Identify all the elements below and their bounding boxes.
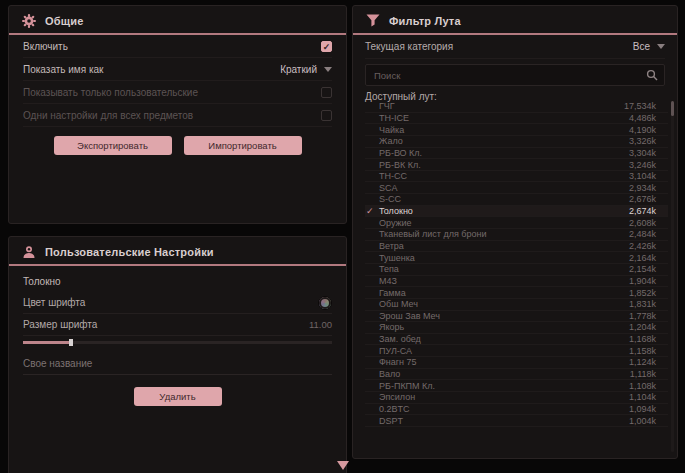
loot-item-name: Вало — [379, 369, 400, 379]
loot-item-value: 2,674k — [629, 206, 656, 216]
font-size-slider[interactable] — [23, 341, 332, 344]
slider-thumb[interactable] — [69, 339, 73, 346]
loot-item-row[interactable]: Эрош Зав Меч1,778k — [365, 311, 668, 323]
display-name-row: Показать имя как Краткий — [23, 58, 332, 81]
general-panel: Общие Включить ✓ Показать имя как Кратки… — [8, 5, 347, 224]
loot-item-value: 1,904k — [629, 276, 656, 286]
loot-item-row[interactable]: РБ-ПКПМ Кл.1,108k — [365, 380, 668, 392]
search-input[interactable] — [372, 69, 640, 82]
loot-item-value: 3,104k — [629, 171, 656, 181]
loot-item-name: Тепа — [379, 264, 399, 274]
chevron-down-icon — [324, 67, 332, 72]
import-button[interactable]: Импортировать — [184, 136, 302, 155]
loot-item-value: 2,484k — [629, 229, 656, 239]
delete-button[interactable]: Удалить — [134, 387, 222, 406]
loot-item-row[interactable]: ТН-СС3,104k — [365, 171, 668, 183]
collapse-handle-icon[interactable] — [337, 461, 349, 470]
loot-item-value: 2,608k — [629, 218, 656, 228]
loot-item-row[interactable]: Обш Меч1,831k — [365, 299, 668, 311]
loot-item-value: 2,934k — [629, 183, 656, 193]
font-color-label: Цвет шрифта — [23, 297, 85, 308]
loot-item-value: 2,676k — [629, 194, 656, 204]
loot-item-row[interactable]: Тепа2,154k — [365, 264, 668, 276]
category-dropdown[interactable]: Все — [633, 41, 665, 52]
only-custom-label: Показывать только пользовательские — [23, 87, 198, 98]
loot-item-value: 1,831k — [629, 299, 656, 309]
display-name-label: Показать имя как — [23, 64, 103, 75]
loot-item-row[interactable]: S-CC2,676k — [365, 194, 668, 206]
loot-item-row[interactable]: Оружие2,608k — [365, 217, 668, 229]
loot-item-row[interactable]: Тушенка2,164k — [365, 252, 668, 264]
loot-item-name: РБ-ПКПМ Кл. — [379, 381, 435, 391]
display-name-dropdown[interactable]: Краткий — [280, 64, 332, 75]
same-settings-row: Одни настройки для всех предметов — [23, 104, 332, 127]
loot-item-row[interactable]: Зам. обед1,168k — [365, 334, 668, 346]
loot-item-row[interactable]: Фнагн 751,124k — [365, 357, 668, 369]
loot-item-name: Зам. обед — [379, 334, 421, 344]
loot-item-value: 3,326k — [629, 136, 656, 146]
loot-item-row[interactable]: Эпсилон1,104k — [365, 392, 668, 404]
check-icon: ✓ — [366, 206, 374, 216]
loot-item-name: РБ-ВО Кл. — [379, 148, 422, 158]
loot-item-row[interactable]: РБ-ВО Кл.3,304k — [365, 148, 668, 160]
loot-item-name: ПУЛ-СА — [379, 346, 412, 356]
only-custom-row: Показывать только пользовательские — [23, 81, 332, 104]
loot-item-row[interactable]: Ветра2,426k — [365, 241, 668, 253]
loot-item-value: 1,118k — [630, 369, 656, 379]
loot-item-value: 1,108k — [629, 381, 656, 391]
loot-item-row[interactable]: Гамма1,852k — [365, 287, 668, 299]
loot-item-row[interactable]: ТН-ICE4,486k — [365, 113, 668, 125]
loot-filter-title: Фильтр Лута — [389, 15, 461, 27]
enable-checkbox[interactable]: ✓ — [321, 41, 332, 52]
display-name-value: Краткий — [280, 64, 317, 75]
loot-item-row[interactable]: ✓Толокно2,674k — [365, 206, 668, 218]
loot-item-value: 1,104k — [629, 392, 656, 402]
loot-item-name: ТН-СС — [379, 171, 407, 181]
only-custom-checkbox[interactable] — [321, 87, 332, 98]
loot-item-value: 2,164k — [629, 253, 656, 263]
scrollbar-thumb[interactable] — [671, 101, 674, 116]
loot-item-name: Жало — [379, 136, 403, 146]
loot-item-row[interactable]: Якорь1,204k — [365, 322, 668, 334]
loot-item-row[interactable]: 0.2BTC1,094k — [365, 404, 668, 416]
loot-item-row[interactable]: Тканевый лист для брони2,484k — [365, 229, 668, 241]
custom-name-input[interactable] — [23, 354, 332, 375]
loot-item-row[interactable]: ГЧГ17,534k — [365, 101, 668, 113]
loot-filter-panel: Фильтр Лута Текущая категория Все Доступ… — [352, 5, 678, 459]
loot-item-name: Тушенка — [379, 253, 415, 263]
loot-item-name: Якорь — [379, 322, 404, 332]
loot-item-name: Фнагн 75 — [379, 357, 417, 367]
loot-item-name: SCA — [379, 183, 398, 193]
loot-item-name: Чайка — [379, 125, 404, 135]
loot-item-row[interactable]: РБ-ВК Кл.3,246k — [365, 159, 668, 171]
loot-item-value: 1,124k — [629, 357, 656, 367]
search-box — [365, 64, 665, 86]
same-settings-checkbox[interactable] — [321, 110, 332, 121]
loot-item-value: 2,426k — [629, 241, 656, 251]
general-panel-header: Общие — [9, 6, 346, 33]
loot-item-row[interactable]: Вало1,118k — [365, 369, 668, 381]
chevron-down-icon — [657, 44, 665, 49]
loot-item-row[interactable]: DSPT1,004k — [365, 415, 668, 427]
enable-row: Включить ✓ — [23, 35, 332, 58]
loot-list-scrollbar[interactable] — [671, 101, 674, 452]
loot-item-value: 1,778k — [629, 311, 656, 321]
loot-item-name: Ветра — [379, 241, 404, 251]
filter-funnel-icon — [366, 14, 380, 27]
loot-item-row[interactable]: М4З1,904k — [365, 276, 668, 288]
loot-item-name: Оружие — [379, 218, 412, 228]
enable-label: Включить — [23, 41, 68, 52]
loot-item-name: ГЧГ — [379, 101, 395, 111]
color-picker-icon[interactable] — [318, 296, 332, 310]
loot-item-row[interactable]: SCA2,934k — [365, 182, 668, 194]
loot-item-name: Эпсилон — [379, 392, 415, 402]
loot-item-value: 4,486k — [629, 113, 656, 123]
loot-item-row[interactable]: Чайка4,190k — [365, 124, 668, 136]
export-button[interactable]: Экспортировать — [54, 136, 172, 155]
loot-item-name: Гамма — [379, 288, 406, 298]
loot-item-value: 1,852k — [629, 288, 656, 298]
search-icon[interactable] — [646, 69, 658, 81]
loot-item-row[interactable]: Жало3,326k — [365, 136, 668, 148]
loot-item-row[interactable]: ПУЛ-СА1,158k — [365, 345, 668, 357]
loot-item-name: ТН-ICE — [379, 113, 409, 123]
